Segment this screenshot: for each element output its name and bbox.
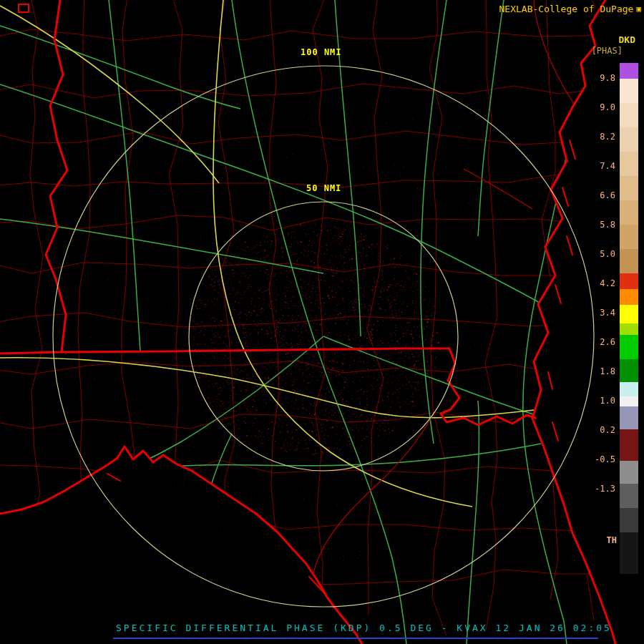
colorbar-segment [620, 273, 638, 289]
range-ring-label-50: 50 NMI [306, 183, 341, 193]
colorbar-tick: 5.8 [581, 220, 615, 230]
colorbar-segment [620, 103, 638, 127]
colorbar-segment [620, 508, 638, 532]
colorbar-segment [620, 176, 638, 200]
colorbar-tick: 3.4 [581, 308, 615, 318]
product-code: DKD [619, 34, 635, 45]
colorbar-segment [620, 289, 638, 305]
colorbar-tick: 1.8 [581, 366, 615, 376]
status-underline [113, 638, 598, 639]
colorbar-segment [620, 305, 638, 323]
colorbar-segment [620, 152, 638, 176]
product-title: SPECIFIC DIFFERENTIAL PHASE (KDP) 0.5 DE… [116, 623, 612, 633]
colorbar-segment [620, 323, 638, 335]
colorbar-tick: 5.0 [581, 249, 615, 259]
radar-data-layer [0, 0, 644, 644]
colorbar-tick: 9.0 [581, 102, 615, 112]
colorbar-segment [620, 249, 638, 273]
colorbar-tick: 4.2 [581, 278, 615, 288]
colorbar-tick: 7.4 [581, 161, 615, 171]
colorbar-tick: 9.8 [581, 73, 615, 83]
colorbar-bottom-label: TH [607, 535, 617, 545]
radar-display: 100 NMI 50 NMI NEXLAB-College of DuPage … [0, 0, 644, 644]
colorbar-tick: 6.6 [581, 190, 615, 200]
colorbar-segment [620, 79, 638, 103]
range-ring-label-100: 100 NMI [301, 47, 342, 57]
colorbar-tick: -0.5 [581, 454, 615, 464]
colorbar-segment [620, 200, 638, 225]
colorbar-segment [620, 532, 638, 574]
colorbar-segment [620, 127, 638, 152]
product-tag: [PHAS] [592, 46, 623, 56]
colorbar-tick: 0.2 [581, 425, 615, 435]
colorbar-segment [620, 396, 638, 406]
colorbar-segment [620, 225, 638, 249]
colorbar-tick: 8.2 [581, 132, 615, 142]
colorbar-segment [620, 63, 638, 79]
colorbar-segment [620, 429, 638, 461]
colorbar-segment [620, 335, 638, 359]
cod-logo-icon: ▣ [636, 5, 641, 13]
colorbar-segment [620, 382, 638, 396]
colorbar-segment [620, 359, 638, 382]
colorbar-tick: -1.3 [581, 484, 615, 494]
colorbar-segment [620, 484, 638, 508]
colorbar-tick: 1.0 [581, 396, 615, 406]
brand-text: NEXLAB-College of DuPage [499, 4, 634, 14]
colorbar [620, 63, 638, 574]
colorbar-tick: 2.6 [581, 337, 615, 347]
colorbar-segment [620, 461, 638, 484]
status-bar: SPECIFIC DIFFERENTIAL PHASE (KDP) 0.5 DE… [116, 623, 612, 633]
colorbar-segment [620, 406, 638, 429]
brand: NEXLAB-College of DuPage ▣ [499, 4, 641, 14]
